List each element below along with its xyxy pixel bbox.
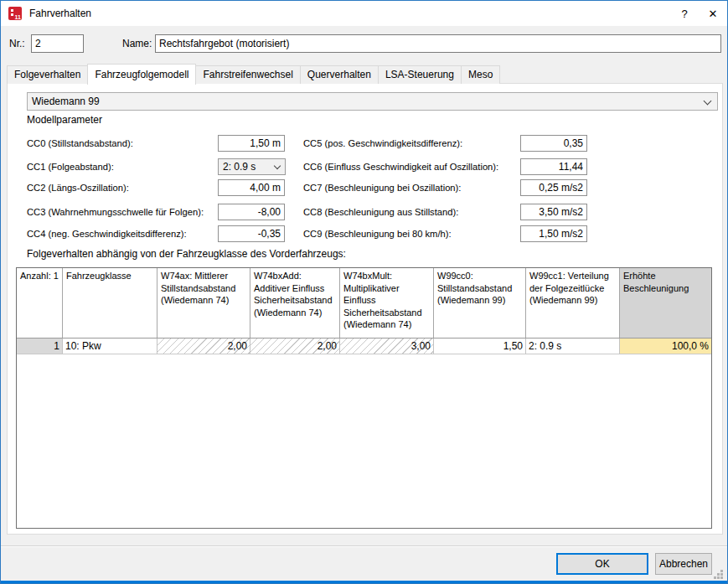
chevron-down-icon: [274, 163, 281, 169]
cell-w74bxmult[interactable]: 3,00: [340, 339, 434, 354]
cc0-label: CC0 (Stillstandsabstand):: [27, 136, 133, 152]
cc9-label: CC9 (Beschleunigung bei 80 km/h):: [303, 226, 452, 242]
column-header-w74bxmult[interactable]: W74bxMult: Multiplikativer Einfluss Sich…: [340, 268, 434, 338]
cell-fahrzeugklasse[interactable]: 10: Pkw: [63, 339, 157, 354]
following-table: Anzahl: 1 Fahrzeugklasse W74ax: Mittlere…: [16, 267, 712, 529]
dialog-window: 11 Fahrverhalten ? ✕ Nr.: Name: Folgever…: [0, 0, 728, 584]
cc4-label: CC4 (neg. Geschwindigkeitsdifferenz):: [27, 226, 187, 242]
column-header-fahrzeugklasse[interactable]: Fahrzeugklasse: [63, 268, 157, 338]
cell-w74bxadd[interactable]: 2,00: [250, 339, 340, 354]
cell-w99cc1[interactable]: 2: 0.9 s: [526, 339, 620, 354]
cc2-label: CC2 (Längs-Oszillation):: [27, 180, 129, 196]
tab-fahrstreifenwechsel[interactable]: Fahrstreifenwechsel: [195, 65, 300, 84]
help-button[interactable]: ?: [670, 1, 699, 26]
cell-w99cc0[interactable]: 1,50: [434, 339, 526, 354]
title-bar: 11 Fahrverhalten ? ✕: [1, 1, 727, 26]
cc0-input[interactable]: [218, 135, 285, 152]
cell-erhoehte-beschleunigung[interactable]: 100,0 %: [620, 339, 711, 354]
column-header-w99cc1[interactable]: W99cc1: Verteilung der Folgezeitlücke (W…: [526, 268, 620, 338]
column-header-count[interactable]: Anzahl: 1: [17, 268, 63, 338]
close-button[interactable]: ✕: [699, 1, 727, 26]
column-header-w74bxadd[interactable]: W74bxAdd: Additiver Einfluss Sicherheits…: [250, 268, 340, 338]
cell-w74ax[interactable]: 2,00: [157, 339, 250, 354]
tab-panel-fahrzeugfolgemodell: Wiedemann 99 Modellparameter CC0 (Stills…: [7, 83, 723, 535]
cc8-input[interactable]: [520, 204, 587, 220]
footer-divider: [1, 545, 727, 547]
cc2-input[interactable]: [218, 179, 285, 196]
column-header-w99cc0[interactable]: W99cc0: Stillstandsabstand (Wiedemann 99…: [434, 268, 526, 338]
model-select-value: Wiedemann 99: [32, 96, 100, 107]
vissim-app-icon: 11: [8, 7, 22, 20]
chevron-down-icon: [704, 97, 712, 106]
tab-folgeverhalten[interactable]: Folgeverhalten: [7, 65, 88, 84]
row-index-cell[interactable]: 1: [17, 339, 63, 354]
nr-input[interactable]: [31, 34, 84, 53]
cc9-input[interactable]: [520, 225, 587, 242]
modellparameter-label: Modellparameter: [27, 114, 102, 126]
column-header-w74ax[interactable]: W74ax: Mittlerer Stillstandsabstand (Wie…: [157, 268, 250, 338]
cc1-select[interactable]: 2: 0.9 s: [218, 158, 286, 175]
table-header-row: Anzahl: 1 Fahrzeugklasse W74ax: Mittlere…: [17, 268, 711, 339]
cc3-label: CC3 (Wahrnehmungsschwelle für Folgen):: [27, 204, 204, 220]
ok-button[interactable]: OK: [556, 553, 648, 575]
cc5-input[interactable]: [520, 135, 587, 152]
window-border-accent: [1, 581, 727, 583]
following-table-caption: Folgeverhalten abhängig von der Fahrzeug…: [27, 248, 346, 260]
cc4-input[interactable]: [218, 225, 285, 242]
name-label: Name:: [122, 34, 152, 53]
tab-meso[interactable]: Meso: [461, 65, 500, 84]
model-select[interactable]: Wiedemann 99: [27, 92, 718, 111]
cc3-input[interactable]: [218, 204, 285, 220]
tab-fahrzeugfolgemodell[interactable]: Fahrzeugfolgemodell: [87, 64, 196, 85]
column-header-erhoehte-beschleunigung[interactable]: Erhöhte Beschleunigung: [620, 268, 711, 338]
tab-lsa-steuerung[interactable]: LSA-Steuerung: [378, 65, 462, 84]
cc1-label: CC1 (Folgeabstand):: [27, 159, 114, 175]
tab-strip: Folgeverhalten Fahrzeugfolgemodell Fahrs…: [7, 65, 499, 84]
tab-querverhalten[interactable]: Querverhalten: [300, 65, 379, 84]
table-row: 1 10: Pkw 2,00 2,00 3,00 1,50 2: 0.9 s 1…: [17, 339, 711, 354]
cc7-input[interactable]: [520, 179, 587, 196]
cc7-label: CC7 (Beschleunigung bei Oszillation):: [303, 180, 461, 196]
cc5-label: CC5 (pos. Geschwindigkeitsdifferenz):: [303, 136, 462, 152]
window-title: Fahrverhalten: [29, 8, 91, 19]
cancel-button[interactable]: Abbrechen: [655, 553, 712, 575]
cc1-select-value: 2: 0.9 s: [223, 161, 256, 173]
nr-label: Nr.:: [9, 34, 25, 53]
cc6-input[interactable]: [520, 158, 587, 175]
cc6-label: CC6 (Einfluss Geschwindigkeit auf Oszill…: [303, 159, 498, 175]
name-input[interactable]: [155, 34, 721, 53]
resize-grip[interactable]: [720, 570, 723, 572]
cc8-label: CC8 (Beschleunigung aus Stillstand):: [303, 204, 458, 220]
